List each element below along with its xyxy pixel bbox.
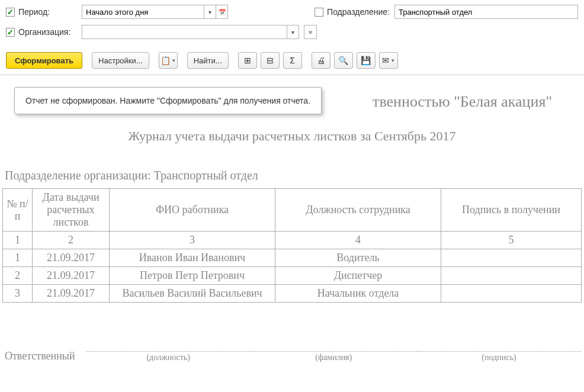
table-cell: Водитель	[275, 249, 441, 267]
expand-groups-button[interactable]: ⊞	[238, 52, 257, 69]
copy-icon: 📋	[161, 56, 170, 65]
collapse-groups-button[interactable]: ⊟	[261, 52, 280, 69]
responsible-surname-line: (фамилия)	[251, 351, 416, 362]
report-body: твенностью "Белая акация" Журнал учета в…	[0, 75, 584, 374]
table-cell: 21.09.2017	[33, 267, 110, 285]
settings-label: Настройки...	[98, 56, 143, 65]
preview-button[interactable]: 🔍	[334, 52, 353, 69]
period-checkbox[interactable]	[6, 8, 15, 17]
find-button[interactable]: Найти...	[187, 52, 229, 69]
department-checkbox[interactable]	[315, 8, 323, 17]
table-cell-sign	[441, 267, 582, 285]
th-pos: Должность сотрудника	[275, 189, 441, 232]
th-sign: Подпись в получении	[441, 189, 582, 232]
period-label: Период:	[18, 7, 50, 17]
responsible-position-line: (должность)	[86, 351, 251, 362]
table-cell: Васильев Василий Васильевич	[110, 285, 275, 303]
organization-label: Организация:	[18, 27, 70, 37]
generate-label: Сформировать	[15, 56, 73, 65]
report-table: № п/п Дата выдачи расчетных листков ФИО …	[2, 188, 582, 303]
colnum-4: 4	[275, 232, 441, 249]
department-input[interactable]	[395, 5, 577, 18]
table-cell: 1	[3, 249, 33, 267]
table-header-row: № п/п Дата выдачи расчетных листков ФИО …	[3, 189, 582, 232]
responsible-signature-line: (подпись)	[416, 351, 582, 362]
save-icon: 💾	[361, 56, 371, 65]
report-hint: Отчет не сформирован. Нажмите "Сформиров…	[14, 87, 322, 114]
table-cell: Иванов Иван Иванович	[110, 249, 275, 267]
colnum-2: 2	[33, 232, 110, 249]
table-cell-sign	[441, 285, 582, 303]
report-section: Подразделение организации: Транспортный …	[2, 169, 582, 182]
calendar-icon[interactable]: 📅	[216, 5, 227, 18]
table-cell: 21.09.2017	[33, 285, 110, 303]
table-colnum-row: 1 2 3 4 5	[3, 232, 582, 249]
department-combo[interactable]	[394, 5, 578, 19]
organization-combo[interactable]: ▾	[82, 25, 299, 39]
copy-button[interactable]: 📋▾	[159, 52, 178, 69]
organization-dropdown-icon[interactable]: ▾	[287, 25, 299, 38]
report-hint-text: Отчет не сформирован. Нажмите "Сформиров…	[25, 96, 310, 105]
organization-input[interactable]	[82, 25, 287, 38]
generate-button[interactable]: Сформировать	[6, 52, 82, 69]
th-fio: ФИО работника	[110, 189, 275, 232]
table-cell: Петров Петр Петрович	[110, 267, 275, 285]
period-input[interactable]	[82, 5, 204, 18]
table-row: 321.09.2017Васильев Василий ВасильевичНа…	[3, 285, 582, 303]
responsible-label: Ответственный	[5, 350, 75, 362]
settings-button[interactable]: Настройки...	[92, 52, 149, 69]
sigma-icon: Σ	[288, 56, 297, 65]
table-cell: 3	[3, 285, 33, 303]
clear-organization-button[interactable]: ×	[304, 25, 317, 39]
colnum-5: 5	[441, 232, 582, 249]
email-icon: ✉	[382, 56, 389, 65]
table-cell: Диспетчер	[275, 267, 441, 285]
expand-icon: ⊞	[243, 56, 252, 65]
table-cell: 21.09.2017	[33, 249, 110, 267]
toolbar: Сформировать Настройки... 📋▾ Найти... ⊞ …	[0, 50, 584, 75]
th-num: № п/п	[3, 189, 33, 232]
print-icon: 🖨	[316, 56, 326, 65]
collapse-icon: ⊟	[265, 56, 275, 65]
responsible-block: Ответственный (должность) (фамилия) (под…	[2, 350, 582, 362]
table-row: 121.09.2017Иванов Иван ИвановичВодитель	[3, 249, 582, 267]
period-combo[interactable]: ▾ 📅	[82, 5, 228, 19]
colnum-1: 1	[3, 232, 33, 249]
report-subtitle: Журнал учета выдачи расчетных листков за…	[2, 128, 582, 144]
table-cell: 2	[3, 267, 33, 285]
find-label: Найти...	[194, 56, 222, 65]
period-dropdown-icon[interactable]: ▾	[204, 5, 216, 18]
print-button[interactable]: 🖨	[312, 52, 330, 69]
table-row: 221.09.2017Петров Петр ПетровичДиспетчер	[3, 267, 582, 285]
organization-checkbox[interactable]	[6, 28, 15, 37]
save-button[interactable]: 💾	[357, 52, 376, 69]
sum-button[interactable]: Σ	[283, 52, 302, 69]
colnum-3: 3	[110, 232, 275, 249]
preview-icon: 🔍	[339, 56, 348, 65]
th-date: Дата выдачи расчетных листков	[33, 189, 110, 232]
table-cell: Начальник отдела	[275, 285, 441, 303]
email-button[interactable]: ✉▾	[379, 52, 398, 69]
department-label: Подразделение:	[327, 7, 390, 17]
table-cell-sign	[441, 249, 582, 267]
